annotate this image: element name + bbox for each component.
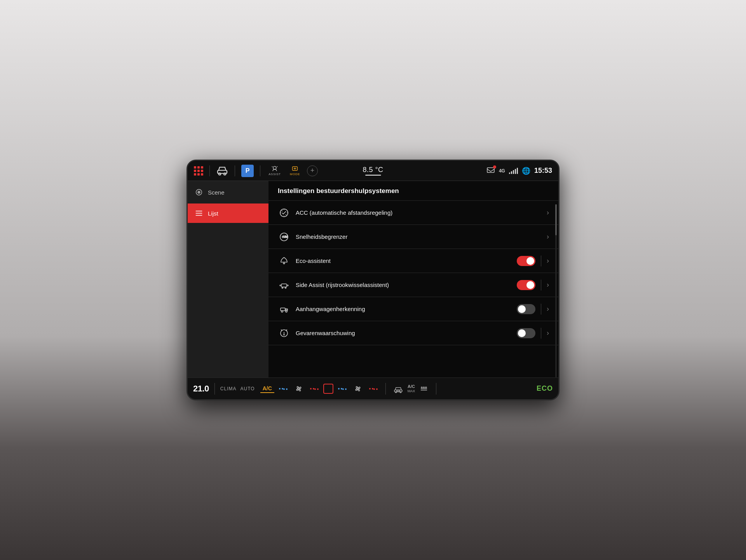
svg-point-1 (219, 173, 221, 175)
side-right: › (517, 280, 549, 290)
eco-right: › (517, 256, 549, 266)
menu-item-side[interactable]: Side Assist (rijstrookwisselassistent) › (268, 273, 558, 297)
sidebar-item-scene[interactable]: Scene (188, 183, 268, 202)
menu-item-eco[interactable]: Eco-assistent › (268, 249, 558, 273)
menu-list: ACC (automatische afstandsregeling) › UM (268, 201, 558, 345)
gevaren-chevron: › (547, 329, 549, 337)
nav-icons: P ASSIST (194, 165, 318, 177)
scene-icon (195, 188, 203, 197)
bottom-dots-3[interactable] (336, 386, 349, 391)
content-panel: Instellingen bestuurdershulpsystemen ACC… (268, 181, 558, 377)
eco-chevron: › (547, 257, 549, 265)
scrollbar-track (555, 204, 557, 377)
mode-label: MODE (290, 172, 300, 176)
bottom-dots-2[interactable] (308, 386, 321, 391)
svg-point-16 (282, 287, 283, 288)
main-content: Scene Lijst Instellingen bestuurdershulp… (188, 181, 558, 377)
rear-defrost-icon[interactable] (417, 384, 431, 394)
bottom-bar: 21.0 CLIMA AUTO A/C (188, 377, 558, 399)
svg-point-23 (284, 334, 284, 335)
nav-separator-2 (235, 165, 235, 176)
gevaren-label: Gevarenwaarschuwing (296, 330, 517, 336)
clima-temperature: 21.0 (193, 384, 209, 394)
svg-point-21 (281, 311, 283, 312)
parking-nav-icon[interactable]: P (241, 165, 254, 177)
plus-nav-icon[interactable]: + (307, 165, 318, 176)
car-rear-icon[interactable] (391, 383, 405, 395)
snelheids-label: Snelheidsbegrenzer (296, 233, 547, 240)
aanhang-toggle[interactable] (517, 304, 535, 314)
mode-icon (291, 165, 299, 173)
scrollbar-thumb[interactable] (555, 204, 557, 235)
sidebar: Scene Lijst (188, 181, 268, 377)
svg-point-28 (400, 391, 401, 393)
sidebar-item-lijst[interactable]: Lijst (188, 203, 268, 223)
globe-icon: 🌐 (522, 167, 530, 175)
signal-bars-icon (509, 168, 518, 174)
eco-toggle[interactable] (517, 256, 535, 266)
bottom-dots-4[interactable] (367, 386, 380, 391)
aanhang-right: › (517, 304, 549, 315)
parking-letter: P (246, 167, 250, 174)
assist-nav-button[interactable]: ASSIST (267, 165, 283, 177)
aanhang-separator (541, 304, 541, 315)
menu-item-gevaren[interactable]: Gevarenwaarschuwing › (268, 321, 558, 345)
clima-separator-1 (214, 383, 215, 395)
infotainment-screen: P ASSIST (186, 160, 560, 400)
svg-point-17 (285, 287, 286, 288)
list-icon (195, 209, 203, 217)
fan-right-icon[interactable] (351, 383, 364, 395)
mode-nav-button[interactable]: MODE (287, 165, 303, 177)
content-title: Instellingen bestuurdershulpsystemen (268, 181, 558, 201)
acc-icon (278, 207, 290, 219)
svg-point-2 (224, 173, 226, 175)
eco-separator (541, 256, 541, 266)
assist-label: ASSIST (268, 172, 281, 176)
nav-separator (209, 165, 210, 176)
gevaren-separator (541, 328, 541, 339)
sidebar-scene-label: Scene (208, 189, 225, 196)
clock-display: 15:53 (534, 167, 552, 175)
menu-item-acc[interactable]: ACC (automatische afstandsregeling) › (268, 201, 558, 225)
notification-dot (493, 165, 496, 169)
gevaren-toggle[interactable] (517, 328, 535, 338)
recirculation-button[interactable] (323, 384, 333, 394)
svg-point-22 (286, 311, 287, 312)
message-icon[interactable] (486, 167, 495, 175)
clima-separator-2 (385, 383, 386, 395)
svg-point-27 (395, 391, 396, 393)
svg-text:UM: UM (283, 235, 288, 238)
side-icon (278, 279, 290, 291)
side-label: Side Assist (rijstrookwisselassistent) (296, 282, 517, 288)
gevaren-right: › (517, 328, 549, 339)
ac-button[interactable]: A/C (260, 384, 274, 393)
temperature-display: 8.5 °C (363, 166, 383, 176)
menu-item-aanhang[interactable]: Aanhangwagenherkenning › (268, 297, 558, 321)
ac-max-button[interactable]: A/C MAX (408, 384, 415, 393)
menu-item-snelheids[interactable]: UM Snelheidsbegrenzer › (268, 225, 558, 249)
sidebar-lijst-label: Lijst (208, 210, 218, 217)
aanhang-label: Aanhangwagenherkenning (296, 306, 517, 312)
4g-icon: 4G (499, 168, 505, 174)
eco-label: Eco-assistent (296, 257, 517, 264)
aanhang-chevron: › (547, 305, 549, 313)
side-chevron: › (547, 281, 549, 289)
snelheids-icon: UM (278, 231, 290, 243)
temp-underline-bar (365, 175, 381, 176)
clima-separator-3 (436, 383, 436, 395)
side-toggle[interactable] (517, 280, 535, 290)
clima-auto-label: AUTO (241, 386, 255, 391)
status-right: 4G 🌐 15:53 (486, 167, 552, 175)
assist-icon (271, 165, 279, 173)
svg-rect-15 (281, 284, 287, 287)
aanhang-icon (278, 303, 290, 315)
acc-label: ACC (automatische afstandsregeling) (296, 209, 547, 216)
fan-icon[interactable] (292, 383, 305, 395)
car-nav-icon[interactable] (216, 165, 228, 177)
bottom-dots-1[interactable] (277, 386, 290, 391)
snelheids-right: › (547, 233, 549, 241)
side-separator (541, 280, 541, 290)
home-grid-icon[interactable] (194, 166, 203, 176)
snelheids-chevron: › (547, 233, 549, 241)
status-bar: P ASSIST (188, 161, 558, 181)
